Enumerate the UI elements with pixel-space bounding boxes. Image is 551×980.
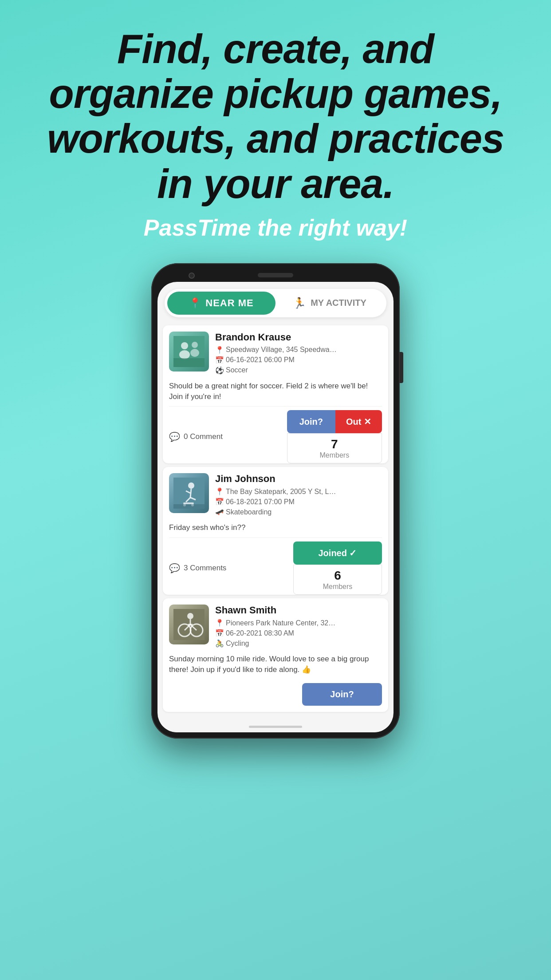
tab-near-me[interactable]: 📍 NEAR ME <box>167 292 276 315</box>
activity-card-2: Jim Johnson 📍 The Bay Skatepark, 2005 Y … <box>163 467 388 595</box>
card-2-comment-count: 3 Comments <box>184 564 226 573</box>
card-1-info: Brandon Krause 📍 Speedway Village, 345 S… <box>215 332 382 376</box>
phone-screen: 📍 NEAR ME 🏃 MY ACTIVITY <box>157 282 394 732</box>
card-1-footer: 💬 0 Comment Join? Out ✕ 7 Members <box>169 406 382 463</box>
run-icon: 🏃 <box>293 297 306 309</box>
activity-card-3: Shawn Smith 📍 Pioneers Park Nature Cente… <box>163 598 388 712</box>
location-pin-icon-3: 📍 <box>215 619 223 627</box>
card-2-description: Friday sesh who's in?? <box>169 522 382 537</box>
tab-bar: 📍 NEAR ME 🏃 MY ACTIVITY <box>165 289 386 317</box>
card-1-sport: ⚽ Soccer <box>215 366 382 375</box>
card-1-date-text: 06-16-2021 06:00 PM <box>226 356 295 364</box>
phone-notch <box>157 269 394 282</box>
join-button-1[interactable]: Join? <box>287 410 335 433</box>
card-1-buttons: Join? Out ✕ <box>287 410 382 433</box>
sport-icon-2: 🛹 <box>215 508 223 516</box>
card-1-members-label: Members <box>291 451 378 459</box>
card-2-members-count: 6 <box>297 569 378 583</box>
location-icon: 📍 <box>189 297 201 309</box>
card-2-name: Jim Johnson <box>215 473 382 485</box>
sport-icon-3: 🚴 <box>215 639 223 648</box>
calendar-icon-1: 📅 <box>215 356 223 364</box>
location-pin-icon: 📍 <box>215 346 223 354</box>
card-2-comments: 💬 3 Comments <box>169 563 226 573</box>
card-3-sport-text: Cycling <box>226 640 249 648</box>
card-2-footer: 💬 3 Comments Joined ✓ 6 Members <box>169 537 382 595</box>
card-1-name: Brandon Krause <box>215 332 382 343</box>
phone-camera <box>189 273 195 279</box>
card-3-description: Sunday morning 10 mile ride. Would love … <box>169 654 382 680</box>
card-2-sport-text: Skateboarding <box>226 508 272 516</box>
card-3-date: 📅 06-20-2021 08:30 AM <box>215 629 382 637</box>
joined-button-2[interactable]: Joined ✓ <box>293 541 382 565</box>
svg-point-2 <box>179 350 190 359</box>
phone-outer: 📍 NEAR ME 🏃 MY ACTIVITY <box>151 263 400 739</box>
svg-point-1 <box>181 342 188 349</box>
card-3-location-text: Pioneers Park Nature Center, 3201 South … <box>226 619 337 627</box>
svg-rect-15 <box>173 504 205 509</box>
hero-section: Find, create, and organize pickup games,… <box>0 0 551 250</box>
card-3-name: Shawn Smith <box>215 605 382 616</box>
phone-wrapper: 📍 NEAR ME 🏃 MY ACTIVITY <box>0 263 551 756</box>
home-bar-line <box>249 726 302 728</box>
join-button-3[interactable]: Join? <box>302 683 382 706</box>
card-2-location-text: The Bay Skatepark, 2005 Y St, Lincoln, N… <box>226 488 337 496</box>
calendar-icon-3: 📅 <box>215 629 223 637</box>
out-button-1[interactable]: Out ✕ <box>335 410 382 433</box>
card-2-members-label: Members <box>297 583 378 591</box>
card-1-header: Brandon Krause 📍 Speedway Village, 345 S… <box>169 332 382 376</box>
card-1-date: 📅 06-16-2021 06:00 PM <box>215 356 382 364</box>
location-pin-icon-2: 📍 <box>215 487 223 496</box>
card-1-comments: 💬 0 Comment <box>169 431 223 442</box>
activity-card-1: Brandon Krause 📍 Speedway Village, 345 S… <box>163 325 388 464</box>
card-2-members: 6 Members <box>293 565 382 595</box>
card-3-footer: Join? <box>169 680 382 712</box>
activity-feed: Brandon Krause 📍 Speedway Village, 345 S… <box>157 317 394 723</box>
tab-my-activity-label: MY ACTIVITY <box>311 298 366 308</box>
card-1-sport-text: Soccer <box>226 366 248 374</box>
card-2-date: 📅 06-18-2021 07:00 PM <box>215 498 382 506</box>
card-3-sport: 🚴 Cycling <box>215 639 382 648</box>
calendar-icon-2: 📅 <box>215 498 223 506</box>
card-1-members-count: 7 <box>291 437 378 451</box>
card-3-info: Shawn Smith 📍 Pioneers Park Nature Cente… <box>215 605 382 649</box>
card-2-date-text: 06-18-2021 07:00 PM <box>226 498 295 506</box>
home-bar <box>157 723 394 732</box>
svg-point-4 <box>190 349 199 357</box>
sport-icon-1: ⚽ <box>215 366 223 375</box>
card-3-header: Shawn Smith 📍 Pioneers Park Nature Cente… <box>169 605 382 649</box>
card-2-header: Jim Johnson 📍 The Bay Skatepark, 2005 Y … <box>169 473 382 518</box>
card-1-image <box>169 332 209 371</box>
card-2-action-area: Joined ✓ 6 Members <box>293 541 382 595</box>
svg-point-17 <box>187 613 193 619</box>
svg-line-8 <box>190 489 191 498</box>
card-1-members: 7 Members <box>287 433 382 463</box>
card-2-location: 📍 The Bay Skatepark, 2005 Y St, Lincoln,… <box>215 487 382 496</box>
card-3-date-text: 06-20-2021 08:30 AM <box>226 629 294 637</box>
hero-subtitle: PassTime the right way! <box>35 214 516 241</box>
svg-point-3 <box>192 342 198 348</box>
card-2-info: Jim Johnson 📍 The Bay Skatepark, 2005 Y … <box>215 473 382 518</box>
card-2-image <box>169 473 209 513</box>
phone-side-button <box>400 352 403 383</box>
svg-rect-5 <box>173 358 205 367</box>
comment-icon-1: 💬 <box>169 431 180 442</box>
card-2-sport: 🛹 Skateboarding <box>215 508 382 516</box>
card-1-location: 📍 Speedway Village, 345 Speedway Cir, Li… <box>215 346 382 354</box>
tab-my-activity[interactable]: 🏃 MY ACTIVITY <box>276 292 384 315</box>
card-1-action-buttons: Join? Out ✕ 7 Members <box>287 410 382 463</box>
card-3-location: 📍 Pioneers Park Nature Center, 3201 Sout… <box>215 619 382 627</box>
card-3-image <box>169 605 209 644</box>
card-1-description: Should be a great night for soccer. Fiel… <box>169 381 382 407</box>
tab-near-me-label: NEAR ME <box>205 297 253 309</box>
card-1-location-text: Speedway Village, 345 Speedway Cir, Linc… <box>226 346 337 354</box>
comment-icon-2: 💬 <box>169 563 180 573</box>
svg-point-7 <box>188 482 194 489</box>
card-1-comment-count: 0 Comment <box>184 432 223 441</box>
hero-title: Find, create, and organize pickup games,… <box>35 27 516 206</box>
phone-speaker <box>258 273 293 277</box>
